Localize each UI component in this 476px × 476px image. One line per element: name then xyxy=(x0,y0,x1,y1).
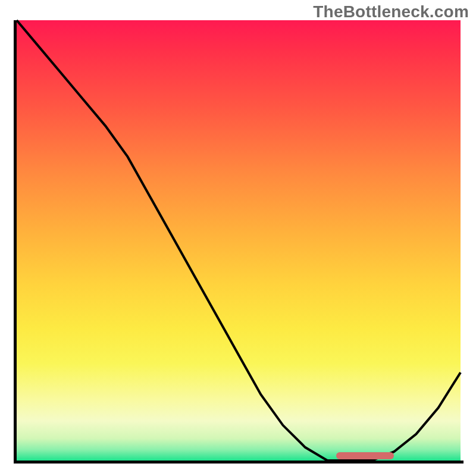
chart-stage: TheBottleneck.com xyxy=(0,0,476,476)
x-axis xyxy=(14,461,464,464)
curve-path xyxy=(17,20,461,461)
watermark-text: TheBottleneck.com xyxy=(313,2,469,21)
optimal-range-marker xyxy=(336,452,394,459)
bottleneck-curve xyxy=(17,20,461,461)
